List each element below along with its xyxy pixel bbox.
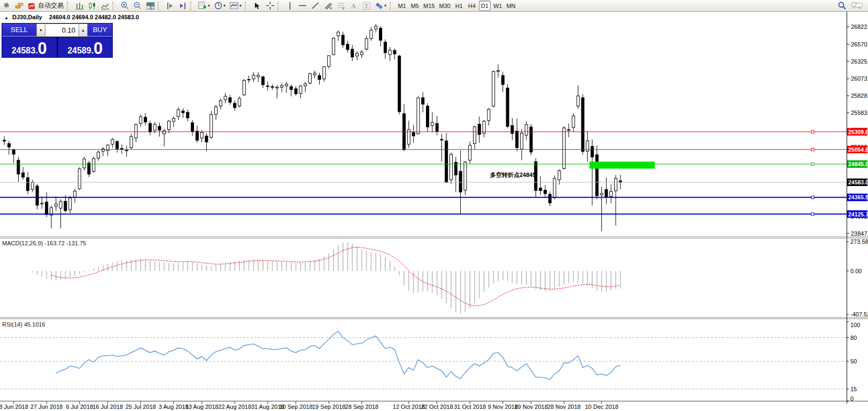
svg-text:T: T — [365, 3, 368, 9]
svg-text:22 Aug 2018: 22 Aug 2018 — [218, 404, 251, 410]
arrows-button[interactable]: ▾ — [374, 1, 388, 11]
one-click-trading-panel: SELL ▼ ▲ BUY 24583.0 24589.0 — [2, 23, 113, 58]
timeframe-m1-label: M1 — [398, 3, 406, 9]
search-button[interactable] — [836, 1, 848, 11]
svg-text:80: 80 — [850, 335, 857, 341]
macd-histogram — [32, 242, 621, 314]
new-order-button[interactable]: 单 — [1, 1, 12, 11]
dropdown-arrow-icon[interactable]: ▾ — [239, 3, 242, 8]
svg-text:10 Sep 2018: 10 Sep 2018 — [279, 404, 312, 410]
toolbar-separator — [390, 2, 394, 10]
horizontal-line-button[interactable] — [297, 1, 308, 11]
channel-button[interactable]: E — [322, 1, 334, 11]
collapse-panel-icon[interactable]: ▲ — [4, 15, 9, 20]
hline-icon — [299, 3, 306, 9]
timeframe-h4[interactable]: H4 — [466, 1, 478, 11]
timeframe-w1[interactable]: W1 — [492, 1, 504, 11]
axis-price-labels: 25309.625054.824845.024365.524125.724583… — [847, 128, 868, 218]
crosshair-icon — [266, 2, 274, 10]
svg-text:10 Dec 2018: 10 Dec 2018 — [585, 404, 618, 410]
fibo-icon: F — [337, 2, 345, 10]
svg-text:31 Oct 2018: 31 Oct 2018 — [454, 404, 486, 410]
chart-title: ▲ DJ30,Daily 24604.0 24694.0 24482.0 245… — [4, 14, 139, 20]
toolbar-separator — [277, 2, 282, 10]
volume-input[interactable] — [45, 24, 79, 37]
timeframe-m5[interactable]: M5 — [409, 1, 421, 11]
search-icon — [838, 2, 847, 10]
auto-scroll-button[interactable] — [177, 1, 189, 11]
svg-text:3 Aug 2018: 3 Aug 2018 — [159, 404, 189, 410]
dropdown-arrow-icon[interactable]: ▾ — [223, 3, 226, 8]
svg-text:9 Nov 2018: 9 Nov 2018 — [488, 404, 518, 410]
svg-text:0.00: 0.00 — [850, 268, 862, 274]
vline-icon — [287, 2, 293, 10]
text-button[interactable]: A — [348, 1, 360, 11]
deposit-gold-button[interactable] — [13, 1, 26, 11]
cursor-button[interactable] — [251, 1, 263, 11]
timeframe-m30[interactable]: M30 — [437, 1, 452, 11]
timeframe-m15-label: M15 — [423, 3, 435, 9]
zoom-in-button[interactable] — [119, 1, 130, 11]
crosshair-button[interactable] — [264, 1, 276, 11]
zoom-out-button[interactable] — [131, 1, 143, 11]
line-chart-button[interactable] — [99, 1, 111, 11]
timeframe-m15[interactable]: M15 — [422, 1, 436, 11]
cursor-icon — [254, 2, 260, 10]
svg-text:273.58: 273.58 — [850, 238, 868, 245]
text-label-button[interactable]: T — [361, 1, 373, 11]
svg-text:27 Jun 2018: 27 Jun 2018 — [30, 404, 63, 410]
timeframe-h1-label: H1 — [455, 3, 463, 9]
linechart-icon — [101, 2, 109, 10]
candlestick-chart-button[interactable] — [86, 1, 98, 11]
svg-text:100: 100 — [850, 322, 860, 328]
timeframe-d1[interactable]: D1 — [479, 1, 491, 11]
timeframe-d1-label: D1 — [481, 3, 489, 9]
autotrade-button-label: 自动交易 — [38, 1, 64, 10]
rsi-line — [56, 331, 621, 379]
label-icon: T — [363, 2, 370, 10]
svg-text:22 Oct 2018: 22 Oct 2018 — [421, 404, 453, 410]
new-order-button-label: 单 — [4, 2, 10, 10]
zoomout-icon — [134, 2, 142, 10]
toolbar-separator — [190, 2, 195, 10]
timeframe-m1[interactable]: M1 — [396, 1, 408, 11]
svg-text:24845.0: 24845.0 — [848, 161, 868, 167]
gold-icon — [15, 2, 24, 10]
autotrade-button[interactable]: 自动交易 — [27, 1, 65, 11]
svg-text:19 Sep 2018: 19 Sep 2018 — [312, 404, 345, 410]
dropdown-arrow-icon[interactable]: ▾ — [208, 3, 210, 8]
svg-text:24583.0: 24583.0 — [848, 179, 868, 185]
sell-button[interactable]: SELL — [2, 24, 36, 37]
svg-text:0: 0 — [850, 396, 854, 402]
svg-text:25054.8: 25054.8 — [848, 146, 868, 153]
template-icon — [230, 2, 238, 9]
bar-chart-button[interactable] — [73, 1, 85, 11]
timeframe-h1[interactable]: H1 — [453, 1, 465, 11]
buy-button[interactable]: BUY — [88, 24, 112, 37]
trendline-button[interactable] — [309, 1, 321, 11]
timeframe-mn[interactable]: MN — [505, 1, 517, 11]
timeframe-w1-label: W1 — [493, 3, 502, 9]
svg-text:23847.0: 23847.0 — [851, 230, 868, 237]
fibonacci-button[interactable]: F — [335, 1, 347, 11]
svg-text:25828.0: 25828.0 — [851, 92, 868, 99]
horizontal-lines[interactable] — [0, 130, 847, 215]
volume-down-button[interactable]: ▼ — [36, 24, 45, 37]
vertical-line-button[interactable] — [284, 1, 296, 11]
svg-text:28 Sep 2018: 28 Sep 2018 — [345, 404, 378, 410]
pivot-annotation-text[interactable]: 多空转折点24845 — [490, 172, 536, 178]
volume-up-button[interactable]: ▲ — [79, 24, 88, 37]
tile-windows-button[interactable] — [144, 1, 156, 11]
shift-chart-end-button[interactable] — [164, 1, 176, 11]
svg-text:26570.0: 26570.0 — [851, 41, 868, 48]
chat-button[interactable] — [849, 1, 864, 11]
pivot-zone-rect[interactable] — [590, 161, 655, 168]
shapes-icon — [375, 2, 383, 10]
svg-text:26822.0: 26822.0 — [851, 24, 868, 30]
toolbar-right-icons — [835, 1, 865, 11]
dropdown-arrow-icon[interactable]: ▾ — [384, 3, 386, 8]
new-chart-button[interactable]: ▾ — [197, 1, 212, 11]
periods-button[interactable]: ▾ — [213, 1, 227, 11]
mt4-window: 单自动交易▾▾▾EFAT▾M1M5M15M30H1H4D1W1MN 26822.… — [0, 0, 868, 411]
templates-button[interactable]: ▾ — [228, 1, 243, 11]
